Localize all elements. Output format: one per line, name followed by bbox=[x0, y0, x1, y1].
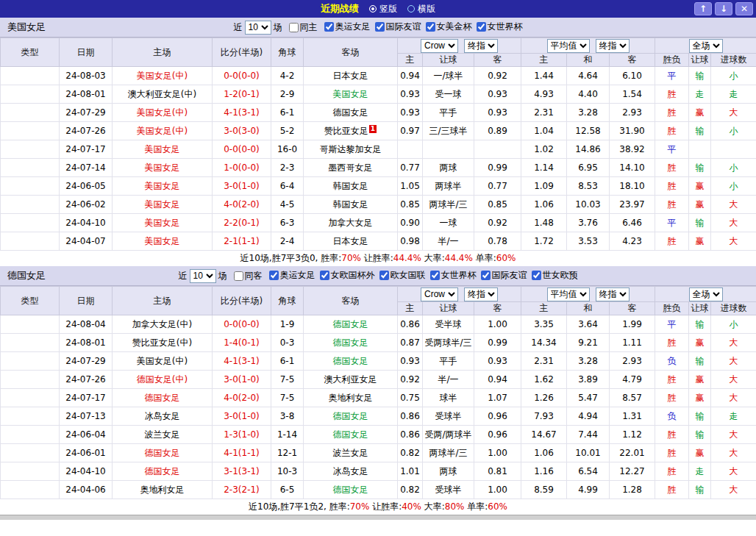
cell-corner: 6-1 bbox=[271, 352, 304, 371]
team-name: 德国女足 bbox=[7, 269, 46, 282]
odds-time-select[interactable]: 终指 bbox=[464, 39, 498, 53]
cell-home[interactable]: 奥地利女足 bbox=[113, 481, 213, 499]
cell-home[interactable]: 美国女足 bbox=[113, 177, 213, 196]
cell-away[interactable]: 冰岛女足 bbox=[304, 462, 398, 481]
close-button[interactable]: ✕ bbox=[735, 2, 753, 15]
league-filter[interactable]: 女欧国杯外 bbox=[320, 269, 375, 282]
matches-tbody: 奥运女足24-08-03美国女足(中)0-0(0-0)4-2日本女足0.94一/… bbox=[1, 67, 756, 251]
col-header-goals-result: 进球数 bbox=[711, 302, 756, 315]
cell-home[interactable]: 美国女足(中) bbox=[113, 122, 213, 140]
same-venue-filter[interactable]: 同主 bbox=[289, 21, 318, 34]
cell-home[interactable]: 德国女足 bbox=[113, 444, 213, 462]
cell-score: 4-0(2-0) bbox=[213, 196, 271, 214]
odds-company-select[interactable]: Crow bbox=[421, 39, 458, 53]
league-checkbox[interactable] bbox=[269, 271, 279, 280]
cell-home[interactable]: 德国女足 bbox=[113, 389, 213, 407]
cell-o2: 一/球半 bbox=[423, 67, 474, 85]
league-filter[interactable]: 女美金杯 bbox=[426, 21, 472, 33]
league-checkbox[interactable] bbox=[477, 22, 486, 32]
cell-away[interactable]: 德国女足 bbox=[304, 352, 398, 371]
match-count-select[interactable]: 10 bbox=[190, 269, 216, 283]
cell-h: 赢 bbox=[689, 104, 711, 122]
same-venue-checkbox[interactable] bbox=[234, 271, 243, 281]
odds-company-select[interactable]: Crow bbox=[421, 287, 458, 301]
league-checkbox[interactable] bbox=[481, 271, 491, 280]
cell-home[interactable]: 美国女足(中) bbox=[113, 104, 213, 122]
same-venue-checkbox[interactable] bbox=[289, 23, 299, 32]
league-checkbox[interactable] bbox=[430, 271, 440, 280]
cell-away[interactable]: 奥地利女足 bbox=[304, 389, 398, 407]
cell-away[interactable]: 加拿大女足 bbox=[304, 214, 398, 232]
avg-time-select[interactable]: 终指 bbox=[596, 287, 630, 301]
cell-home[interactable]: 美国女足 bbox=[113, 232, 213, 251]
cell-away[interactable]: 日本女足 bbox=[304, 232, 398, 251]
scroll-up-button[interactable]: ↑ bbox=[694, 2, 712, 15]
full-match-select[interactable]: 全场 bbox=[689, 287, 723, 301]
col-header-avg-home: 主 bbox=[521, 54, 567, 67]
odds-time-select[interactable]: 终指 bbox=[464, 287, 498, 301]
cell-away[interactable]: 德国女足 bbox=[304, 426, 398, 444]
cell-date: 24-07-29 bbox=[60, 352, 113, 371]
cell-home[interactable]: 美国女足(中) bbox=[113, 352, 213, 371]
avg-time-select[interactable]: 终指 bbox=[596, 39, 630, 53]
league-filter[interactable]: 世女欧预 bbox=[532, 269, 578, 282]
cell-home[interactable]: 美国女足 bbox=[113, 140, 213, 159]
scroll-down-button[interactable]: ↓ bbox=[715, 2, 732, 15]
cell-away[interactable]: 德国女足 bbox=[304, 407, 398, 426]
league-filter[interactable]: 国际友谊 bbox=[481, 269, 527, 282]
cell-home[interactable]: 美国女足 bbox=[113, 214, 213, 232]
cell-a1: 1.16 bbox=[521, 462, 567, 481]
cell-home[interactable]: 波兰女足 bbox=[113, 426, 213, 444]
league-checkbox[interactable] bbox=[379, 271, 389, 280]
cell-a1: 1.72 bbox=[521, 232, 567, 251]
league-checkbox[interactable] bbox=[375, 22, 385, 32]
cell-home[interactable]: 美国女足 bbox=[113, 159, 213, 177]
avg-value-select[interactable]: 平均值 bbox=[547, 39, 590, 53]
cell-a1: 1.02 bbox=[521, 140, 567, 159]
cell-away[interactable]: 德国女足 bbox=[304, 315, 398, 334]
cell-score: 1-2(0-1) bbox=[213, 85, 271, 104]
league-checkbox[interactable] bbox=[426, 22, 435, 32]
cell-away[interactable]: 日本女足 bbox=[304, 67, 398, 85]
cell-home[interactable]: 澳大利亚女足(中) bbox=[113, 85, 213, 104]
cell-home[interactable]: 加拿大女足(中) bbox=[113, 315, 213, 334]
cell-home[interactable]: 赞比亚女足(中) bbox=[113, 334, 213, 352]
league-checkbox[interactable] bbox=[532, 271, 541, 280]
cell-away[interactable]: 赞比亚女足1 bbox=[304, 122, 398, 140]
league-filters: 奥运女足女欧国杯外欧女国联女世界杯国际友谊世女欧预 bbox=[265, 269, 578, 282]
cell-home[interactable]: 德国女足(中) bbox=[113, 371, 213, 389]
cell-away[interactable]: 美国女足 bbox=[304, 85, 398, 104]
league-checkbox[interactable] bbox=[324, 22, 334, 32]
full-match-select[interactable]: 全场 bbox=[689, 39, 723, 53]
cell-home[interactable]: 美国女足 bbox=[113, 196, 213, 214]
avg-value-select[interactable]: 平均值 bbox=[547, 287, 590, 301]
same-venue-filter[interactable]: 同客 bbox=[234, 270, 263, 282]
cell-h: 输 bbox=[689, 67, 711, 85]
league-filter[interactable]: 女世界杯 bbox=[430, 269, 477, 282]
cell-away[interactable]: 韩国女足 bbox=[304, 196, 398, 214]
cell-home[interactable]: 美国女足(中) bbox=[113, 67, 213, 85]
cell-away[interactable]: 波兰女足 bbox=[304, 444, 398, 462]
cell-away[interactable]: 德国女足 bbox=[304, 334, 398, 352]
layout-radio-horizontal[interactable]: 横版 bbox=[407, 3, 435, 15]
league-filter[interactable]: 欧女国联 bbox=[379, 269, 426, 282]
league-filter[interactable]: 奥运女足 bbox=[324, 21, 371, 33]
cell-home[interactable]: 冰岛女足 bbox=[113, 407, 213, 426]
cell-away[interactable]: 韩国女足 bbox=[304, 177, 398, 196]
cell-score: 2-3(2-1) bbox=[213, 481, 271, 499]
cell-res: 胜 bbox=[655, 462, 689, 481]
match-count-select[interactable]: 10 bbox=[245, 21, 271, 35]
layout-radio-vertical[interactable]: 竖版 bbox=[369, 3, 397, 15]
cell-away[interactable]: 德国女足 bbox=[304, 104, 398, 122]
cell-away[interactable]: 哥斯达黎加女足 bbox=[304, 140, 398, 159]
bottom-strip bbox=[0, 515, 756, 520]
league-filter[interactable]: 奥运女足 bbox=[269, 269, 315, 282]
cell-o3: 1.00 bbox=[474, 444, 521, 462]
league-checkbox[interactable] bbox=[320, 271, 329, 280]
cell-home[interactable]: 德国女足 bbox=[113, 462, 213, 481]
cell-away[interactable]: 墨西哥女足 bbox=[304, 159, 398, 177]
cell-away[interactable]: 澳大利亚女足 bbox=[304, 371, 398, 389]
league-filter[interactable]: 女世界杯 bbox=[477, 21, 523, 33]
cell-away[interactable]: 德国女足 bbox=[304, 481, 398, 499]
league-filter[interactable]: 国际友谊 bbox=[375, 21, 421, 33]
